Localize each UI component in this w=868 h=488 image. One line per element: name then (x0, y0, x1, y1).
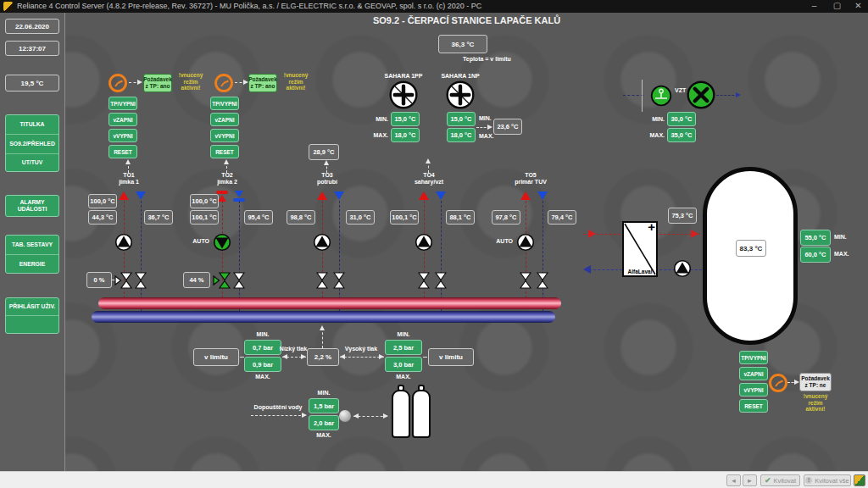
dashed-link (251, 415, 305, 416)
tp-request-box: Požadavek z TP: ano (248, 74, 277, 92)
setpoint-display: 100,0 °C (88, 194, 117, 208)
valve-icon[interactable] (333, 272, 345, 289)
pump-icon-running[interactable] (213, 233, 231, 252)
high-pressure-max-setpoint[interactable]: 3,0 bar (385, 357, 422, 372)
three-way-valve-icon[interactable] (114, 272, 133, 289)
arrowhead-right (137, 80, 142, 85)
sidebar-item-tab-sestavy[interactable]: TAB. SESTAVY (6, 236, 58, 255)
close-button[interactable]: ✕ (851, 0, 865, 12)
high-pressure-min-setpoint[interactable]: 2,5 bar (385, 340, 422, 355)
sahara-room-temp: 23,6 °C (493, 119, 522, 135)
return-line (441, 201, 442, 312)
exclamation-icon: ! (805, 477, 812, 484)
vzt-fan-icon[interactable] (687, 80, 715, 109)
return-flow-arrow (537, 191, 548, 200)
return-line (542, 201, 543, 312)
reset-button[interactable]: RESET (210, 145, 239, 158)
supply-temp-display: 98,8 °C (287, 210, 315, 225)
pump-icon[interactable] (313, 233, 331, 252)
arrowhead-left (353, 413, 359, 419)
valve-icon[interactable] (537, 272, 548, 289)
acknowledge-all-button[interactable]: ! Kvitovat vše (804, 474, 851, 486)
sidebar-item-prihlasit[interactable]: PŘIHLÁSIT UŽIV. (6, 298, 58, 316)
reset-button[interactable]: RESET (108, 145, 137, 158)
next-alarm-button[interactable]: ► (743, 474, 757, 486)
sahara-1pp-max-setpoint[interactable]: 18,0 °C (391, 128, 420, 142)
valve-icon[interactable] (316, 272, 328, 289)
vzt-max-setpoint[interactable]: 35,0 °C (667, 128, 696, 142)
app-icon (3, 2, 13, 11)
maximize-button[interactable]: ▢ (830, 0, 844, 12)
water-refill-label: Dopouštění vody (254, 404, 303, 411)
circulation-pump-icon[interactable] (673, 259, 692, 278)
supply-arrowhead (691, 230, 698, 238)
time-program-clock-icon[interactable] (768, 373, 788, 393)
supply-flow-arrow (317, 191, 327, 200)
valve-icon[interactable] (435, 272, 447, 289)
return-flow-arrow (334, 191, 344, 200)
time-program-clock-icon[interactable] (214, 73, 234, 93)
supply-temp-display: 100,1 °C (190, 210, 219, 225)
vvypni-button[interactable]: vVYPNI (108, 129, 137, 142)
fan-icon[interactable] (389, 80, 418, 109)
sidebar-item-ut-tuv[interactable]: UT/TUV (6, 154, 58, 171)
pump-icon[interactable] (516, 233, 535, 252)
reliance-tray-icon[interactable] (854, 474, 865, 486)
vzapni-button[interactable]: vZAPNI (739, 367, 768, 380)
pump-icon[interactable] (114, 233, 133, 252)
sidebar-item-titulka[interactable]: TITULKA (6, 115, 58, 135)
vzt-label: VZT (675, 87, 686, 94)
pressure-link-line (322, 328, 323, 348)
low-pressure-min-setpoint[interactable]: 0,7 bar (244, 340, 281, 355)
max-label: MAX. (834, 251, 849, 258)
sidebar-item-alarmy-udalosti[interactable]: ALARMY UDÁLOSTI (6, 196, 58, 216)
minimize-button[interactable]: – (807, 0, 821, 12)
scada-window: Reliance 4 Control Server (4.8.2 Pre-rel… (0, 0, 868, 488)
vzapni-button[interactable]: vZAPNI (108, 113, 137, 126)
return-flow-arrow (436, 191, 446, 200)
max-label: MAX. (255, 374, 270, 380)
tank-min-setpoint[interactable]: 55,0 °C (800, 230, 831, 246)
valve-icon[interactable] (135, 272, 147, 289)
supply-manifold-pipe (98, 297, 561, 309)
vvypni-button[interactable]: vVYPNI (210, 129, 239, 142)
time-display: 12:37:07 (5, 41, 59, 56)
heat-exchanger[interactable]: + AlfaLaval (622, 221, 658, 277)
valve-icon[interactable] (233, 272, 245, 289)
high-pressure-status: v limitu (428, 348, 474, 366)
min-label: MIN. (318, 390, 331, 396)
pump-icon[interactable] (415, 233, 433, 252)
time-program-clock-icon[interactable] (108, 73, 128, 93)
acknowledge-button[interactable]: ✔ Kvitovat (760, 474, 800, 486)
tp-request-line1: Požadavek (248, 76, 277, 82)
tp-vypni-button[interactable]: TP/VYPNI (108, 97, 137, 110)
arrowhead-right (301, 354, 306, 359)
prev-alarm-button[interactable]: ◄ (726, 474, 741, 486)
valve-icon[interactable] (520, 272, 531, 289)
three-way-valve-icon-open[interactable] (213, 272, 231, 289)
vzt-valve-icon[interactable] (650, 85, 672, 107)
tp-request-line1: Požadavek (143, 76, 172, 82)
reset-button[interactable]: RESET (739, 399, 768, 413)
supply-arrowhead (588, 230, 596, 238)
sahara-1np-max-setpoint[interactable]: 18,0 °C (447, 128, 476, 142)
low-pressure-max-setpoint[interactable]: 0,9 bar (244, 357, 281, 372)
dashed-link (340, 357, 384, 358)
fan-icon[interactable] (446, 80, 475, 109)
vvypni-button[interactable]: vVYPNI (739, 383, 768, 396)
sidebar-item-prehled[interactable]: SO9.2/PŘEHLED (6, 135, 58, 154)
arrowhead-right (736, 92, 741, 97)
sahara-1pp-min-setpoint[interactable]: 15,0 °C (391, 112, 420, 126)
sidebar-item-energie[interactable]: ENERGIE (6, 255, 58, 274)
tp-vypni-button[interactable]: TP/VYPNI (739, 351, 768, 364)
water-max-setpoint[interactable]: 2,0 bar (309, 415, 339, 430)
tp-vypni-button[interactable]: TP/VYPNI (210, 97, 239, 110)
vzapni-button[interactable]: vZAPNI (210, 113, 239, 126)
max-label: MAX. (374, 132, 389, 139)
tank-max-setpoint[interactable]: 60,0 °C (800, 247, 831, 263)
water-min-setpoint[interactable]: 1,5 bar (309, 398, 339, 413)
vzt-min-setpoint[interactable]: 30,0 °C (667, 112, 696, 126)
valve-icon[interactable] (418, 272, 430, 289)
forced-mode-warning: !vnucenýrežimaktivní! (179, 72, 203, 92)
sahara-1np-min-setpoint[interactable]: 15,0 °C (447, 112, 476, 126)
